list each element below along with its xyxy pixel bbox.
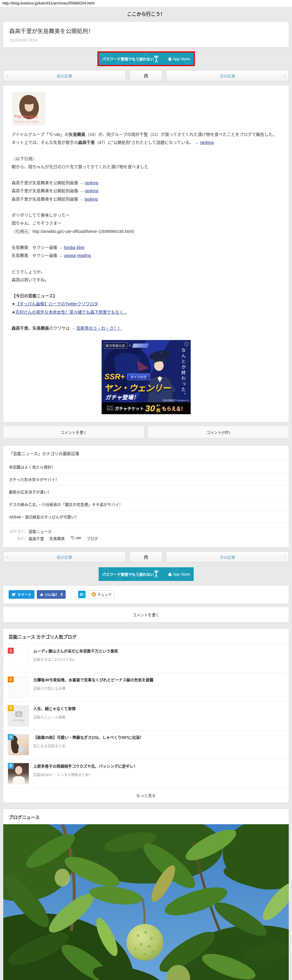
tag-link[interactable]: 矢島舞美 [49, 536, 65, 541]
album-cover-image[interactable]: The Singles Chisato Moritaka [12, 92, 45, 125]
twitter-bird-icon [11, 593, 16, 597]
article-title[interactable]: 森高千里が矢島舞美を公開処刑！ [9, 27, 283, 35]
album-title-text: The Singles [14, 114, 37, 119]
blog-title[interactable]: ここから行こう！ [0, 7, 292, 22]
latest-article-link[interactable]: 最新の広末涼子が凄い！ [3, 485, 289, 498]
page-body: 森高千里が矢島舞美を公開処刑！ 2016/04/30 10:54 パスワード管理… [0, 22, 292, 980]
tag-link[interactable]: ℃-ute [70, 536, 81, 541]
uwasa-link[interactable]: uwasa [64, 253, 76, 258]
image-link-line: 森高千里が矢島舞美を公開処刑画像 → ranking [11, 179, 281, 187]
quote-intro: （以下引用） [11, 155, 281, 163]
blog-news-heading: ブログニュース [3, 809, 289, 824]
home-icon [144, 73, 148, 78]
thumbnail-wrap: 4 [8, 734, 29, 756]
category-label: カテゴリ： [9, 529, 27, 534]
mixi-check-button[interactable]: m チェック [89, 590, 115, 598]
comment-button-row: コメントを書く コメント(0件) [3, 426, 289, 438]
quote-line: 岡ちゃん、ごちそうさまー [11, 219, 281, 227]
popular-blog-item[interactable]: 4 【画像35枚】可愛い・齊藤なぎさ(15)、しゃべくり007に出演！ 気になる… [3, 730, 289, 759]
comment-count-button[interactable]: コメント(0件) [148, 426, 289, 438]
popular-blog-source: 気になる芸能まとめ [33, 743, 144, 748]
article-body: アイドルグループ「℃-ute」の矢島舞美（24）が、同グループの岡井千聖（21）… [11, 130, 281, 332]
prev-article-button[interactable]: ‹ 前の記事 [3, 70, 126, 81]
rank-badge: 4 [8, 734, 14, 740]
popular-blog-source: 芸能NEWS+｜エンタメ情報まとめ！ [33, 772, 137, 777]
max-unit: 最大枚 [156, 404, 161, 413]
latest-article-link[interactable]: ガチった鈴木奈々がヤバイ！ [3, 473, 289, 485]
ad-bottom-band: さらに今だけ ガチャチケット 30 最大枚 もらえる！ [102, 402, 191, 414]
latest-articles-list: 本田翼はよく見たら微妙！ ガチった鈴木奈々がヤバイ！ 最新の広末涼子が凄い！ ゲ… [3, 460, 289, 523]
like-count: 0 [61, 592, 63, 597]
tag-list: 森高千里矢島舞美℃-uteブログ [29, 536, 98, 541]
latest-article-link[interactable]: AKB48・渡辺麻友のすっぴんが可愛い！ [3, 510, 289, 523]
popular-blog-item[interactable]: 3 no image 人生、顔じゃなくて表情 芸能人ニュース速報 [3, 702, 289, 730]
latest-article-link[interactable]: 本田翼はよく見たら微妙！ [3, 460, 289, 473]
hatena-bookmark-button[interactable]: B! [78, 591, 86, 598]
sexy-image-line: 矢島舞美 セクシー画像 → uwasa reading [11, 251, 281, 259]
bold-name: 矢島舞美 [69, 132, 85, 137]
next-article-button[interactable]: 次の記事 › [166, 70, 289, 81]
prev-article-label: 前の記事 [57, 73, 72, 79]
item-body: 元欅坂46今泉佑唯、水着姿で見事なくびれとビーナス級の色気を披露 芸能人の気にな… [33, 676, 153, 698]
popular-blogs-heading: 芸能ニュース カテゴリ人気ブログ [3, 629, 289, 644]
ad-copyright: ©田中芳樹/松竹 Production I.G [163, 399, 189, 402]
popular-blog-source: 芸能人の気になる噂 [33, 686, 153, 691]
tweet-button[interactable]: ツイート [9, 590, 35, 599]
bold-name: 森高千里 [78, 140, 95, 145]
facebook-like-button[interactable]: いいね！ 0 [37, 590, 65, 599]
get-label: もらえる！ [162, 405, 186, 412]
reading-link[interactable]: reading [77, 253, 91, 258]
album-art-fringe [21, 95, 37, 105]
rank-badge: 1 [8, 648, 14, 654]
latest-articles-card: 「芸能ニュース」カテゴリの最新記事 本田翼はよく見たら微妙！ ガチった鈴木奈々が… [3, 445, 289, 547]
ranking-link[interactable]: ranking [200, 140, 214, 145]
ranking-link[interactable]: ranking [85, 180, 98, 185]
thumb-up-icon [40, 593, 43, 597]
album-artist-text: Chisato Moritaka [14, 120, 39, 123]
blog-news-featured-image[interactable]: 食べてみたいと思う"珍しい果物" [3, 824, 289, 980]
write-comment-button[interactable]: コメントを書く [3, 426, 145, 438]
blog-link[interactable]: blog [77, 245, 85, 250]
home-button[interactable] [129, 70, 162, 81]
news-link[interactable]: 志村けんの意外な本命女性！菜々緒でも森下悠里でもなく... [16, 310, 127, 315]
latest-article-link[interactable]: ゲスの極み乙女。・川谷絵音の「魔女の宅急便」キキ姿がヤバイ！ [3, 498, 289, 510]
tag-link[interactable]: ブログ [86, 536, 98, 541]
article-nav-top: ‹ 前の記事 次の記事 › [3, 70, 289, 81]
chevron-left-icon: ‹ [6, 554, 8, 560]
looking-link[interactable]: looking [85, 197, 98, 202]
prev-article-button[interactable]: ‹ 前の記事 [3, 551, 126, 563]
gacha-label: ガチャ登場！ [105, 393, 139, 401]
popular-blog-title: 【画像35枚】可愛い・齊藤なぎさ(15)、しゃべくり007に出演！ [33, 735, 144, 741]
chevron-right-icon: › [284, 73, 286, 79]
app-store-ad-banner[interactable]: パスワード管理でもう迷わない App Store [97, 51, 195, 66]
camera-icon [15, 711, 22, 717]
popular-blog-item[interactable]: 1 ムーディ勝山さんが未だに年収数千万という事実 芸能ネタはこれだけでおk [3, 644, 289, 673]
tag-link[interactable]: 森高千里 [29, 536, 44, 541]
next-article-button[interactable]: 次の記事 › [166, 551, 289, 563]
category-value[interactable]: 芸能ニュース [29, 528, 51, 534]
ad-info-icon[interactable]: i [185, 342, 189, 346]
popular-more-button[interactable]: もっと見る [3, 788, 289, 803]
app-store-ad-banner[interactable]: パスワード管理でもう迷わない App Store [99, 567, 194, 581]
hiroba-link[interactable]: hiroba [64, 245, 75, 250]
sexy-image-line: 矢島舞美 セクシー画像 → hiroba blog [11, 243, 281, 251]
social-share-card: ツイート いいね！ 0 B! m チェック [3, 585, 289, 604]
latest-articles-heading: 「芸能ニュース」カテゴリの最新記事 [3, 445, 289, 460]
banner-slogan: パスワード管理でもう迷わない [102, 56, 154, 62]
popular-blog-item[interactable]: 2 元欅坂46今泉佑唯、水着姿で見事なくびれとビーナス級の色気を披露 芸能人の気… [3, 673, 289, 702]
game-ad-banner[interactable]: 銀河英雄伝説 × i なんとか終わった。 SSR+ ボイス付き ヤン・ウェンリー… [102, 340, 191, 414]
app-store-label: App Store [168, 572, 190, 576]
ticket-count: 30 [145, 404, 155, 413]
ranking-link[interactable]: ranking [85, 188, 98, 193]
item-body: 【画像35枚】可愛い・齊藤なぎさ(15)、しゃべくり007に出演！ 気になる芸能… [33, 734, 144, 756]
cheering-person-icon [153, 54, 160, 63]
home-button[interactable] [129, 551, 162, 563]
news-link[interactable]: 【すっぴん画像】ローラのTwitterクソワロタ [16, 301, 98, 306]
write-comment-wide-button[interactable]: コメントを書く [3, 607, 289, 622]
rank-badge: 3 [8, 705, 14, 711]
popular-blog-item[interactable]: 5 上原多香子の再婚相手コウカズヤ氏、バッシングに逆ギレ！ 芸能NEWS+｜エン… [3, 759, 289, 788]
rumor-link[interactable]: 芸能界のう・わ・さ！！ [77, 326, 122, 331]
game-logo-row: 銀河英雄伝説 × [104, 342, 148, 348]
item-body: ムーディ勝山さんが未だに年収数千万という事実 芸能ネタはこれだけでおk [33, 648, 118, 669]
home-icon [144, 555, 148, 559]
